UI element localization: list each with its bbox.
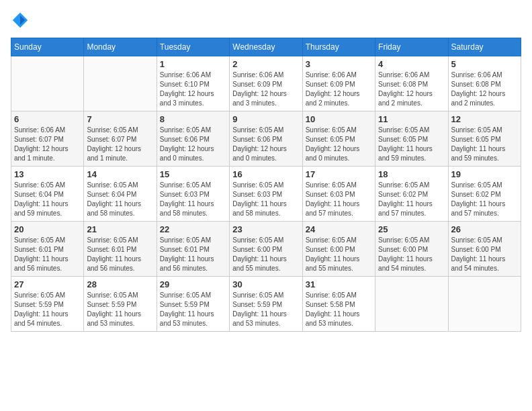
- day-number: 20: [14, 224, 81, 234]
- day-number: 19: [451, 169, 518, 179]
- calendar-cell: 24Sunrise: 6:05 AM Sunset: 6:00 PM Dayli…: [302, 222, 375, 277]
- day-info: Sunrise: 6:05 AM Sunset: 6:05 PM Dayligh…: [378, 126, 445, 163]
- day-info: Sunrise: 6:05 AM Sunset: 6:02 PM Dayligh…: [378, 181, 445, 218]
- day-number: 29: [160, 279, 226, 289]
- logo-icon: [11, 11, 30, 30]
- logo: [11, 11, 32, 30]
- day-number: 2: [232, 59, 299, 69]
- calendar-cell: 8Sunrise: 6:05 AM Sunset: 6:06 PM Daylig…: [157, 111, 229, 167]
- day-number: 10: [306, 114, 372, 124]
- calendar-cell: 30Sunrise: 6:05 AM Sunset: 5:59 PM Dayli…: [230, 277, 302, 332]
- calendar-week-row: 1Sunrise: 6:06 AM Sunset: 6:10 PM Daylig…: [11, 56, 521, 111]
- calendar-cell: 1Sunrise: 6:06 AM Sunset: 6:10 PM Daylig…: [157, 56, 229, 111]
- calendar-cell: 10Sunrise: 6:05 AM Sunset: 6:05 PM Dayli…: [302, 111, 375, 167]
- weekday-header: Saturday: [448, 38, 521, 56]
- day-number: 16: [232, 169, 299, 179]
- calendar-week-row: 20Sunrise: 6:05 AM Sunset: 6:01 PM Dayli…: [11, 222, 521, 277]
- calendar-cell: 7Sunrise: 6:05 AM Sunset: 6:07 PM Daylig…: [84, 111, 157, 167]
- day-number: 6: [14, 114, 81, 124]
- day-info: Sunrise: 6:05 AM Sunset: 5:59 PM Dayligh…: [14, 291, 81, 328]
- day-info: Sunrise: 6:06 AM Sunset: 6:09 PM Dayligh…: [232, 71, 299, 108]
- day-info: Sunrise: 6:06 AM Sunset: 6:09 PM Dayligh…: [306, 71, 372, 108]
- day-number: 13: [14, 169, 81, 179]
- weekday-header: Sunday: [11, 38, 84, 56]
- day-info: Sunrise: 6:05 AM Sunset: 6:03 PM Dayligh…: [160, 181, 226, 218]
- weekday-header-row: SundayMondayTuesdayWednesdayThursdayFrid…: [11, 38, 521, 56]
- day-info: Sunrise: 6:05 AM Sunset: 6:04 PM Dayligh…: [87, 181, 153, 218]
- day-info: Sunrise: 6:05 AM Sunset: 6:00 PM Dayligh…: [451, 236, 518, 273]
- calendar-cell: [448, 277, 521, 332]
- day-info: Sunrise: 6:05 AM Sunset: 6:07 PM Dayligh…: [87, 126, 153, 163]
- day-number: 27: [14, 279, 81, 289]
- day-number: 21: [87, 224, 153, 234]
- weekday-header: Thursday: [302, 38, 375, 56]
- day-number: 18: [378, 169, 445, 179]
- day-info: Sunrise: 6:05 AM Sunset: 6:05 PM Dayligh…: [451, 126, 518, 163]
- day-info: Sunrise: 6:05 AM Sunset: 6:04 PM Dayligh…: [14, 181, 81, 218]
- day-info: Sunrise: 6:05 AM Sunset: 5:59 PM Dayligh…: [160, 291, 226, 328]
- day-info: Sunrise: 6:06 AM Sunset: 6:08 PM Dayligh…: [378, 71, 445, 108]
- calendar-cell: 25Sunrise: 6:05 AM Sunset: 6:00 PM Dayli…: [375, 222, 448, 277]
- day-info: Sunrise: 6:05 AM Sunset: 6:01 PM Dayligh…: [87, 236, 153, 273]
- day-info: Sunrise: 6:05 AM Sunset: 6:03 PM Dayligh…: [306, 181, 372, 218]
- calendar-cell: 14Sunrise: 6:05 AM Sunset: 6:04 PM Dayli…: [84, 167, 157, 222]
- calendar-cell: 18Sunrise: 6:05 AM Sunset: 6:02 PM Dayli…: [375, 167, 448, 222]
- day-info: Sunrise: 6:06 AM Sunset: 6:10 PM Dayligh…: [160, 71, 226, 108]
- day-number: 14: [87, 169, 153, 179]
- calendar-cell: 12Sunrise: 6:05 AM Sunset: 6:05 PM Dayli…: [448, 111, 521, 167]
- weekday-header: Friday: [375, 38, 448, 56]
- day-number: 23: [232, 224, 299, 234]
- day-info: Sunrise: 6:05 AM Sunset: 6:00 PM Dayligh…: [306, 236, 372, 273]
- day-info: Sunrise: 6:05 AM Sunset: 6:01 PM Dayligh…: [160, 236, 226, 273]
- calendar-cell: 4Sunrise: 6:06 AM Sunset: 6:08 PM Daylig…: [375, 56, 448, 111]
- day-number: 11: [378, 114, 445, 124]
- day-number: 5: [451, 59, 518, 69]
- day-number: 25: [378, 224, 445, 234]
- calendar-cell: 5Sunrise: 6:06 AM Sunset: 6:08 PM Daylig…: [448, 56, 521, 111]
- calendar-cell: 3Sunrise: 6:06 AM Sunset: 6:09 PM Daylig…: [302, 56, 375, 111]
- calendar-cell: 16Sunrise: 6:05 AM Sunset: 6:03 PM Dayli…: [230, 167, 302, 222]
- day-info: Sunrise: 6:05 AM Sunset: 6:00 PM Dayligh…: [378, 236, 445, 273]
- day-info: Sunrise: 6:05 AM Sunset: 6:06 PM Dayligh…: [232, 126, 299, 163]
- day-info: Sunrise: 6:05 AM Sunset: 6:01 PM Dayligh…: [14, 236, 81, 273]
- weekday-header: Wednesday: [230, 38, 302, 56]
- day-info: Sunrise: 6:05 AM Sunset: 5:59 PM Dayligh…: [232, 291, 299, 328]
- day-number: 15: [160, 169, 226, 179]
- calendar-cell: 17Sunrise: 6:05 AM Sunset: 6:03 PM Dayli…: [302, 167, 375, 222]
- calendar-week-row: 6Sunrise: 6:06 AM Sunset: 6:07 PM Daylig…: [11, 111, 521, 167]
- day-info: Sunrise: 6:06 AM Sunset: 6:07 PM Dayligh…: [14, 126, 81, 163]
- calendar-cell: 23Sunrise: 6:05 AM Sunset: 6:00 PM Dayli…: [230, 222, 302, 277]
- calendar-cell: 15Sunrise: 6:05 AM Sunset: 6:03 PM Dayli…: [157, 167, 229, 222]
- calendar-cell: [375, 277, 448, 332]
- day-info: Sunrise: 6:05 AM Sunset: 6:02 PM Dayligh…: [451, 181, 518, 218]
- day-info: Sunrise: 6:05 AM Sunset: 5:59 PM Dayligh…: [87, 291, 153, 328]
- day-number: 1: [160, 59, 226, 69]
- calendar-cell: 9Sunrise: 6:05 AM Sunset: 6:06 PM Daylig…: [230, 111, 302, 167]
- calendar-cell: 19Sunrise: 6:05 AM Sunset: 6:02 PM Dayli…: [448, 167, 521, 222]
- calendar-cell: 2Sunrise: 6:06 AM Sunset: 6:09 PM Daylig…: [230, 56, 302, 111]
- calendar-week-row: 27Sunrise: 6:05 AM Sunset: 5:59 PM Dayli…: [11, 277, 521, 332]
- calendar-cell: 26Sunrise: 6:05 AM Sunset: 6:00 PM Dayli…: [448, 222, 521, 277]
- day-info: Sunrise: 6:05 AM Sunset: 6:00 PM Dayligh…: [232, 236, 299, 273]
- calendar-cell: 22Sunrise: 6:05 AM Sunset: 6:01 PM Dayli…: [157, 222, 229, 277]
- day-number: 12: [451, 114, 518, 124]
- day-number: 22: [160, 224, 226, 234]
- calendar-cell: 28Sunrise: 6:05 AM Sunset: 5:59 PM Dayli…: [84, 277, 157, 332]
- calendar-cell: [11, 56, 84, 111]
- calendar: SundayMondayTuesdayWednesdayThursdayFrid…: [11, 38, 521, 332]
- calendar-cell: 21Sunrise: 6:05 AM Sunset: 6:01 PM Dayli…: [84, 222, 157, 277]
- calendar-cell: 29Sunrise: 6:05 AM Sunset: 5:59 PM Dayli…: [157, 277, 229, 332]
- calendar-cell: 6Sunrise: 6:06 AM Sunset: 6:07 PM Daylig…: [11, 111, 84, 167]
- calendar-week-row: 13Sunrise: 6:05 AM Sunset: 6:04 PM Dayli…: [11, 167, 521, 222]
- calendar-cell: 11Sunrise: 6:05 AM Sunset: 6:05 PM Dayli…: [375, 111, 448, 167]
- day-info: Sunrise: 6:05 AM Sunset: 6:06 PM Dayligh…: [160, 126, 226, 163]
- weekday-header: Monday: [84, 38, 157, 56]
- day-number: 30: [232, 279, 299, 289]
- calendar-cell: 20Sunrise: 6:05 AM Sunset: 6:01 PM Dayli…: [11, 222, 84, 277]
- calendar-cell: 13Sunrise: 6:05 AM Sunset: 6:04 PM Dayli…: [11, 167, 84, 222]
- day-number: 28: [87, 279, 153, 289]
- weekday-header: Tuesday: [157, 38, 229, 56]
- calendar-cell: [84, 56, 157, 111]
- day-number: 17: [306, 169, 372, 179]
- day-number: 3: [306, 59, 372, 69]
